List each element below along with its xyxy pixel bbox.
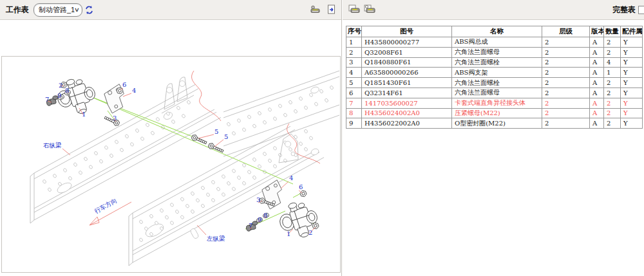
print-icon[interactable] bbox=[348, 4, 361, 15]
drawing-toolbar: 工作表 制动管路_1 ∨ bbox=[0, 0, 341, 20]
rail-hole bbox=[252, 158, 257, 162]
rail-hole bbox=[242, 181, 247, 185]
parts-list-toolbar: 完整表 bbox=[343, 0, 644, 20]
table-cell: 卡套式端直角异径接头体 bbox=[452, 98, 542, 108]
table-cell: Y bbox=[621, 87, 643, 98]
rail-hole bbox=[171, 120, 176, 124]
rail-hole bbox=[165, 215, 169, 219]
rail-hole bbox=[63, 168, 68, 172]
table-cell: Y bbox=[621, 68, 643, 78]
callout-number: 3 bbox=[113, 115, 117, 122]
refresh-icon[interactable] bbox=[82, 4, 95, 15]
worksheet-select[interactable]: 制动管路_1 ∨ bbox=[33, 3, 82, 17]
table-header-cell: 图号 bbox=[362, 26, 452, 37]
table-cell: Y bbox=[621, 108, 643, 118]
rail-hole bbox=[89, 165, 93, 169]
rail-hole bbox=[258, 164, 262, 169]
callout-number: 2 bbox=[308, 229, 312, 236]
rail-hole bbox=[222, 192, 226, 197]
table-cell: A bbox=[590, 57, 604, 68]
table-row[interactable]: 2Q32008F61六角法兰面螺母2A2Y bbox=[346, 47, 643, 57]
rail-hole bbox=[201, 186, 205, 190]
table-cell: 2 bbox=[542, 118, 590, 129]
table-cell: Y bbox=[621, 57, 643, 68]
table-cell: 1 bbox=[604, 68, 621, 78]
rail-hole bbox=[299, 142, 303, 146]
left-rail bbox=[129, 126, 324, 266]
table-cell: 8 bbox=[346, 108, 362, 118]
callout-number: 1 bbox=[82, 111, 86, 118]
callout-number: 3 bbox=[256, 196, 260, 203]
table-cell: 5 bbox=[346, 78, 362, 88]
rail-hole bbox=[294, 109, 298, 114]
table-cell: A bbox=[590, 108, 604, 118]
table-row[interactable]: 6Q32314F61六角法兰面螺母2A2Y bbox=[346, 87, 643, 98]
rail-hole bbox=[211, 198, 216, 203]
rail-hole bbox=[146, 123, 150, 127]
callout-number: 1 bbox=[287, 230, 290, 237]
rail-hole bbox=[232, 187, 236, 191]
rail-hole bbox=[325, 98, 329, 103]
table-cell: 2 bbox=[604, 98, 621, 108]
rail-hole bbox=[289, 100, 293, 104]
drawing-viewport[interactable]: 行车方向 右纵梁 左纵梁 289713645546389712 bbox=[1, 56, 341, 273]
callout-number: 5 bbox=[224, 133, 228, 140]
table-row[interactable]: 5Q1851430F61六角法兰面螺栓2A2Y bbox=[346, 78, 643, 88]
rail-hole bbox=[273, 146, 278, 151]
rail-hole bbox=[160, 208, 164, 213]
table-cell: ABS阀支架 bbox=[452, 68, 542, 78]
callout-number: 6 bbox=[299, 183, 303, 190]
table-row[interactable]: 8H4356024002A0压紧螺母(M22)2A2Y bbox=[346, 108, 643, 118]
table-cell: 2 bbox=[604, 108, 621, 118]
full-table-checkbox[interactable] bbox=[638, 6, 644, 14]
rail-hole bbox=[242, 127, 247, 132]
callout-leader-lines bbox=[48, 86, 316, 235]
rail-hole bbox=[247, 115, 252, 119]
rail-hole bbox=[53, 174, 57, 178]
rail-hole bbox=[283, 113, 288, 117]
table-row[interactable]: 4A635800000266ABS阀支架2A1Y bbox=[346, 68, 643, 78]
table-header-cell: 数量 bbox=[604, 26, 621, 37]
rail-hole bbox=[170, 203, 175, 207]
callout-number: 4 bbox=[132, 87, 136, 94]
rail-hole bbox=[180, 197, 185, 201]
table-row[interactable]: 3Q1840880F61六角法兰面螺栓2A4Y bbox=[346, 57, 643, 68]
rail-hole bbox=[289, 147, 293, 152]
table-cell: 2 bbox=[542, 37, 590, 48]
rail-hole bbox=[175, 210, 180, 214]
print-preview-icon[interactable] bbox=[363, 4, 376, 15]
worksheet-label: 工作表 bbox=[6, 5, 29, 15]
table-cell: 3 bbox=[346, 57, 362, 68]
rail-hole bbox=[252, 124, 257, 128]
table-row[interactable]: 1H435800000277ABS阀总成2A2Y bbox=[346, 37, 643, 48]
table-cell: A bbox=[590, 47, 604, 57]
table-cell: A bbox=[590, 37, 604, 48]
table-cell: 4 bbox=[604, 57, 621, 68]
table-cell: A635800000266 bbox=[362, 68, 452, 78]
table-header-cell: 版本 bbox=[590, 26, 604, 37]
table-row[interactable]: 9H4356022002A0O型密封圈(M22)2A2Y bbox=[346, 118, 643, 129]
rail-hole bbox=[247, 170, 252, 174]
rail-hole bbox=[43, 179, 47, 184]
driving-direction-label: 行车方向 bbox=[93, 197, 118, 215]
callout-number: 9 bbox=[57, 92, 61, 99]
brake-piping-diagram: 行车方向 右纵梁 左纵梁 289713645546389712 bbox=[2, 57, 340, 272]
driving-direction-arrow: 行车方向 bbox=[90, 197, 131, 225]
rail-hole bbox=[73, 162, 78, 167]
print-icon[interactable] bbox=[309, 4, 322, 15]
table-row[interactable]: 71417035600027卡套式端直角异径接头体2A2Y bbox=[346, 98, 643, 108]
table-cell: 2 bbox=[604, 87, 621, 98]
table-cell: 六角法兰面螺母 bbox=[452, 87, 542, 98]
rail-hole bbox=[130, 142, 135, 147]
table-cell: 2 bbox=[542, 47, 590, 57]
rail-hole bbox=[109, 153, 114, 158]
table-cell: Q1840880F61 bbox=[362, 57, 452, 68]
rail-hole bbox=[304, 147, 308, 152]
rail-hole bbox=[115, 140, 119, 144]
rail-hole bbox=[125, 134, 129, 138]
table-cell: A bbox=[590, 98, 604, 108]
export-icon[interactable] bbox=[325, 4, 337, 15]
callout-number: 5 bbox=[214, 128, 218, 135]
table-cell: A bbox=[590, 78, 604, 88]
table-cell: 2 bbox=[542, 57, 590, 68]
